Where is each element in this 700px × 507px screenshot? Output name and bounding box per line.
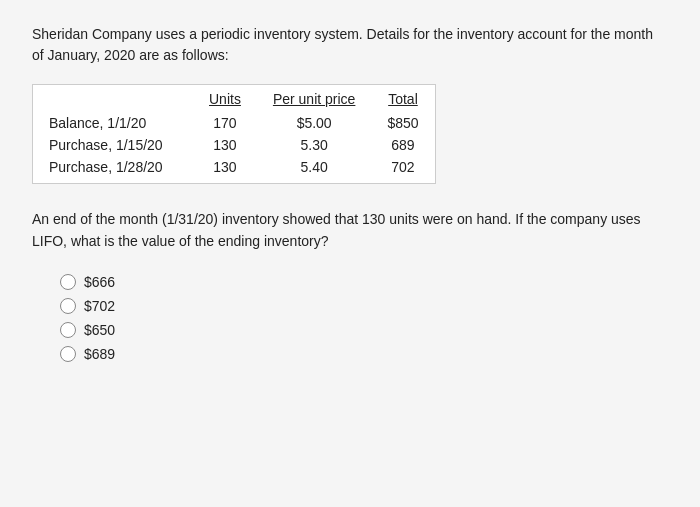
table-row: Balance, 1/1/20170$5.00$850 (33, 111, 435, 134)
radio-circle-icon (60, 298, 76, 314)
question-text: An end of the month (1/31/20) inventory … (32, 209, 668, 252)
row-units: 170 (193, 111, 257, 134)
row-price: $5.00 (257, 111, 371, 134)
row-units: 130 (193, 134, 257, 156)
option-label: $666 (84, 274, 115, 290)
option-label: $689 (84, 346, 115, 362)
col-price: Per unit price (257, 85, 371, 111)
col-units: Units (193, 85, 257, 111)
row-price: 5.30 (257, 134, 371, 156)
radio-circle-icon (60, 346, 76, 362)
option-item[interactable]: $666 (60, 274, 668, 290)
inventory-table-wrapper: Units Per unit price Total Balance, 1/1/… (32, 84, 436, 184)
row-label: Balance, 1/1/20 (33, 111, 193, 134)
row-label: Purchase, 1/28/20 (33, 156, 193, 183)
row-units: 130 (193, 156, 257, 183)
option-item[interactable]: $702 (60, 298, 668, 314)
row-label: Purchase, 1/15/20 (33, 134, 193, 156)
row-total: 689 (371, 134, 434, 156)
intro-text: Sheridan Company uses a periodic invento… (32, 24, 668, 66)
radio-circle-icon (60, 322, 76, 338)
option-label: $702 (84, 298, 115, 314)
col-label (33, 85, 193, 111)
answer-options: $666$702$650$689 (32, 274, 668, 362)
option-label: $650 (84, 322, 115, 338)
radio-circle-icon (60, 274, 76, 290)
row-total: 702 (371, 156, 434, 183)
col-total: Total (371, 85, 434, 111)
row-price: 5.40 (257, 156, 371, 183)
option-item[interactable]: $689 (60, 346, 668, 362)
inventory-table: Units Per unit price Total Balance, 1/1/… (33, 85, 435, 183)
table-header-row: Units Per unit price Total (33, 85, 435, 111)
table-row: Purchase, 1/28/201305.40702 (33, 156, 435, 183)
table-body: Balance, 1/1/20170$5.00$850Purchase, 1/1… (33, 111, 435, 183)
table-row: Purchase, 1/15/201305.30689 (33, 134, 435, 156)
option-item[interactable]: $650 (60, 322, 668, 338)
row-total: $850 (371, 111, 434, 134)
